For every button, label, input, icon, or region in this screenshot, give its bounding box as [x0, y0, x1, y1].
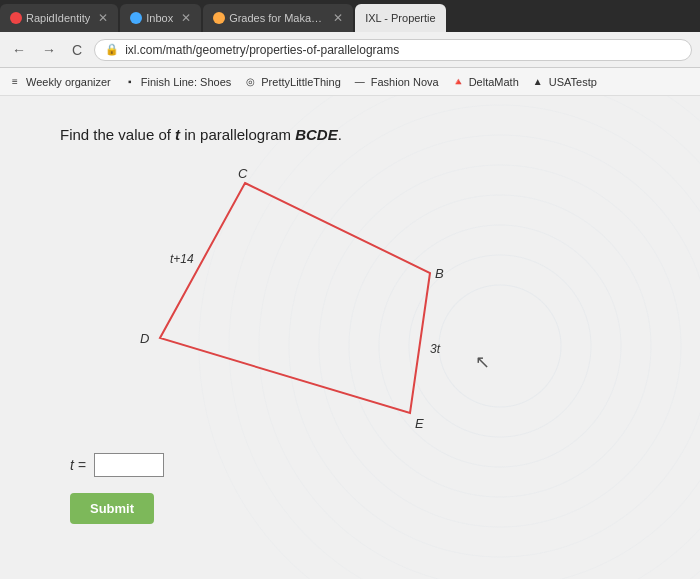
tab-rapididentity-label: RapidIdentity: [26, 12, 90, 24]
lock-icon: 🔒: [105, 43, 119, 56]
bookmark-deltamath-label: DeltaMath: [469, 76, 519, 88]
side-cd-label: t+14: [170, 252, 194, 266]
bookmark-deltamath[interactable]: 🔺 DeltaMath: [451, 75, 519, 89]
browser-chrome: RapidIdentity ✕ Inbox ✕ Grades for Makay…: [0, 0, 700, 96]
bookmark-fashion-nova[interactable]: — Fashion Nova: [353, 75, 439, 89]
bookmark-pretty-little-thing[interactable]: ◎ PrettyLittleThing: [243, 75, 340, 89]
nav-bar: ← → C 🔒 ixl.com/math/geometry/properties…: [0, 32, 700, 68]
tab-ixl[interactable]: IXL - Propertie: [355, 4, 446, 32]
bookmark-usatests-label: USATestp: [549, 76, 597, 88]
diagram-container: C B E D t+14 3t ↖: [90, 163, 510, 443]
answer-section: t =: [70, 453, 640, 477]
tab-grades[interactable]: Grades for Makayla Da... ✕: [203, 4, 353, 32]
bookmark-finish-line[interactable]: ▪ Finish Line: Shoes: [123, 75, 232, 89]
vertex-d-label: D: [140, 331, 149, 346]
address-bar[interactable]: 🔒 ixl.com/math/geometry/properties-of-pa…: [94, 39, 692, 61]
tab-inbox-label: Inbox: [146, 12, 173, 24]
inbox-favicon: [130, 12, 142, 24]
submit-button[interactable]: Submit: [70, 493, 154, 524]
tab-rapididentity-close[interactable]: ✕: [98, 11, 108, 25]
bookmark-pretty-little-thing-label: PrettyLittleThing: [261, 76, 340, 88]
forward-button[interactable]: →: [38, 40, 60, 60]
question-text: Find the value of t in parallelogram BCD…: [60, 126, 640, 143]
bookmarks-bar: ≡ Weekly organizer ▪ Finish Line: Shoes …: [0, 68, 700, 96]
bookmark-weekly-organizer-label: Weekly organizer: [26, 76, 111, 88]
finish-line-icon: ▪: [123, 75, 137, 89]
cursor-icon: ↖: [475, 352, 490, 372]
bookmark-usatests[interactable]: ▲ USATestp: [531, 75, 597, 89]
fashion-nova-icon: —: [353, 75, 367, 89]
tab-grades-label: Grades for Makayla Da...: [229, 12, 325, 24]
vertex-e-label: E: [415, 416, 424, 431]
tab-rapididentity[interactable]: RapidIdentity ✕: [0, 4, 118, 32]
rapididentity-favicon: [10, 12, 22, 24]
tab-grades-close[interactable]: ✕: [333, 11, 343, 25]
pretty-little-thing-icon: ◎: [243, 75, 257, 89]
address-text: ixl.com/math/geometry/properties-of-para…: [125, 43, 399, 57]
tab-inbox-close[interactable]: ✕: [181, 11, 191, 25]
usatests-icon: ▲: [531, 75, 545, 89]
weekly-organizer-icon: ≡: [8, 75, 22, 89]
bookmark-finish-line-label: Finish Line: Shoes: [141, 76, 232, 88]
home-button[interactable]: C: [68, 40, 86, 60]
deltamath-icon: 🔺: [451, 75, 465, 89]
content-area: Find the value of t in parallelogram BCD…: [0, 96, 700, 579]
parallelogram-shape: [160, 183, 430, 413]
tab-bar: RapidIdentity ✕ Inbox ✕ Grades for Makay…: [0, 0, 700, 32]
parallelogram-diagram: C B E D t+14 3t ↖: [90, 163, 510, 443]
answer-label: t =: [70, 457, 86, 473]
vertex-b-label: B: [435, 266, 444, 281]
tab-ixl-label: IXL - Propertie: [365, 12, 436, 24]
grades-favicon: [213, 12, 225, 24]
bookmark-weekly-organizer[interactable]: ≡ Weekly organizer: [8, 75, 111, 89]
side-be-label: 3t: [430, 342, 441, 356]
bookmark-fashion-nova-label: Fashion Nova: [371, 76, 439, 88]
back-button[interactable]: ←: [8, 40, 30, 60]
answer-input[interactable]: [94, 453, 164, 477]
vertex-c-label: C: [238, 166, 248, 181]
page-content: Find the value of t in parallelogram BCD…: [0, 96, 700, 554]
tab-inbox[interactable]: Inbox ✕: [120, 4, 201, 32]
